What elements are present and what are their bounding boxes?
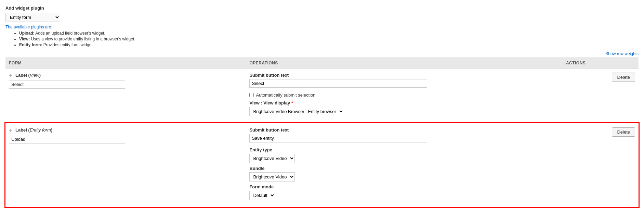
row2-form-mode-group: Form mode Default: [249, 184, 559, 200]
form-col-row1: + Label (View): [5, 68, 246, 123]
col-operations: OPERATIONS: [246, 58, 563, 68]
row2-bundle-select[interactable]: Brightcove Video: [249, 172, 295, 182]
ops-col-row2: Submit button text Entity type Brightcov…: [246, 123, 563, 207]
row1-label: Label (View): [15, 73, 41, 78]
actions-col-row1: Delete: [563, 68, 639, 123]
row1-view-display-label: View : View display *: [249, 100, 559, 105]
row1-input[interactable]: [9, 80, 125, 89]
row2-form-mode-label: Form mode: [249, 184, 559, 189]
row2-submit-label: Submit button text: [249, 127, 559, 133]
row1-label-type: View: [30, 73, 39, 78]
col-actions: ACTIONS: [563, 58, 639, 68]
add-widget-section: Add widget plugin Entity form The availa…: [5, 5, 639, 47]
row1-submit-group: Submit button text: [249, 73, 559, 90]
row2-submit-group: Submit button text: [249, 127, 559, 145]
show-row-weights-container: Show row weights: [5, 51, 639, 56]
row2-submit-input[interactable]: [249, 134, 427, 142]
available-plugins-intro: The available plugins are:: [5, 25, 639, 29]
plugin-select-wrapper: Entity form: [5, 13, 639, 22]
ops-col-row1: Submit button text Automatically submit …: [246, 68, 563, 123]
row2-bundle-label: Bundle: [249, 166, 559, 171]
plugin-view-desc: Uses a view to provide entity listing in…: [31, 37, 135, 41]
plugin-upload: Upload: Adds an upload field browser's w…: [19, 31, 639, 36]
plugin-upload-name: Upload:: [19, 31, 35, 36]
row1-submit-label: Submit button text: [249, 73, 559, 78]
row2-input[interactable]: [9, 135, 125, 144]
row1-delete-button[interactable]: Delete: [612, 73, 635, 82]
col-form: FORM: [5, 58, 246, 68]
row1-auto-submit-checkbox[interactable]: [249, 93, 254, 97]
form-col-row2: + Label (Entity form): [5, 123, 246, 207]
plugins-list: Upload: Adds an upload field browser's w…: [5, 31, 639, 47]
row1-view-display-group: View : View display * Brightcove Video B…: [249, 100, 559, 116]
row2-bundle-group: Bundle Brightcove Video: [249, 166, 559, 182]
plugin-entity-form-name: Entity form:: [19, 42, 42, 47]
plugin-view: View: Uses a view to provide entity list…: [19, 37, 639, 41]
table-row: + Label (View) Submit button text Automa…: [5, 68, 639, 123]
plugin-view-name: View:: [19, 37, 30, 41]
show-row-weights-link[interactable]: Show row weights: [605, 51, 639, 56]
drag-handle-row1[interactable]: +: [9, 73, 12, 79]
row1-view-display-select[interactable]: Brightcove Video Browser : Entity browse…: [249, 107, 344, 116]
row1-auto-submit-label: Automatically submit selection: [256, 92, 315, 98]
row2-label-type: Entity form: [30, 127, 51, 133]
row2-label: Label (Entity form): [15, 127, 52, 133]
widget-table: FORM OPERATIONS ACTIONS + Label (View) S…: [5, 58, 639, 207]
drag-handle-row2[interactable]: +: [9, 127, 12, 134]
row2-entity-type-label: Entity type: [249, 147, 559, 152]
row2-delete-button[interactable]: Delete: [612, 127, 635, 137]
row2-form-mode-select[interactable]: Default: [249, 191, 275, 200]
row1-auto-submit-group: Automatically submit selection: [249, 92, 559, 98]
actions-col-row2: Delete: [563, 123, 639, 207]
add-widget-title: Add widget plugin: [5, 5, 639, 11]
table-header-row: FORM OPERATIONS ACTIONS: [5, 58, 639, 68]
plugin-entity-form: Entity form: Provides entity form widget…: [19, 42, 639, 47]
plugin-upload-desc: Adds an upload field browser's widget.: [35, 31, 105, 36]
table-row-highlighted: + Label (Entity form) Submit button text…: [5, 123, 639, 207]
row2-entity-type-group: Entity type Brightcove Video: [249, 147, 559, 163]
row2-entity-type-select[interactable]: Brightcove Video: [249, 154, 295, 163]
plugin-entity-form-desc: Provides entity form widget.: [43, 42, 94, 47]
row1-required-star: *: [291, 100, 293, 105]
plugin-select[interactable]: Entity form: [5, 13, 60, 22]
row1-submit-input[interactable]: [249, 79, 427, 88]
